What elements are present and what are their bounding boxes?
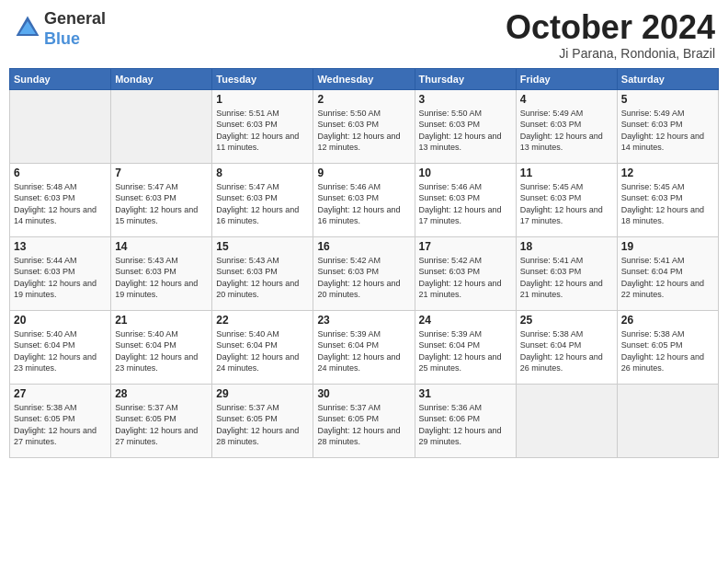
calendar-cell: 27Sunrise: 5:38 AM Sunset: 6:05 PM Dayli… bbox=[10, 384, 111, 457]
day-info: Sunrise: 5:41 AM Sunset: 6:03 PM Dayligh… bbox=[520, 255, 613, 301]
calendar-cell: 10Sunrise: 5:46 AM Sunset: 6:03 PM Dayli… bbox=[415, 163, 516, 236]
day-number: 11 bbox=[520, 167, 613, 179]
day-number: 24 bbox=[419, 314, 512, 327]
day-number: 4 bbox=[520, 93, 613, 106]
logo-icon bbox=[13, 13, 42, 42]
calendar-cell: 16Sunrise: 5:42 AM Sunset: 6:03 PM Dayli… bbox=[313, 236, 415, 310]
day-number: 23 bbox=[317, 314, 410, 327]
calendar-cell: 29Sunrise: 5:37 AM Sunset: 6:05 PM Dayli… bbox=[212, 384, 313, 457]
calendar-cell: 2Sunrise: 5:50 AM Sunset: 6:03 PM Daylig… bbox=[313, 89, 415, 163]
calendar-cell: 8Sunrise: 5:47 AM Sunset: 6:03 PM Daylig… bbox=[212, 163, 313, 236]
day-info: Sunrise: 5:39 AM Sunset: 6:04 PM Dayligh… bbox=[419, 328, 512, 374]
calendar-cell bbox=[111, 89, 212, 163]
calendar-cell: 22Sunrise: 5:40 AM Sunset: 6:04 PM Dayli… bbox=[212, 310, 313, 384]
day-info: Sunrise: 5:37 AM Sunset: 6:05 PM Dayligh… bbox=[115, 402, 208, 448]
calendar-cell: 19Sunrise: 5:41 AM Sunset: 6:04 PM Dayli… bbox=[617, 236, 718, 310]
day-info: Sunrise: 5:43 AM Sunset: 6:03 PM Dayligh… bbox=[115, 255, 208, 301]
page-header: General Blue October 2024 Ji Parana, Ron… bbox=[9, 9, 719, 61]
day-info: Sunrise: 5:51 AM Sunset: 6:03 PM Dayligh… bbox=[216, 108, 309, 154]
calendar-cell: 31Sunrise: 5:36 AM Sunset: 6:06 PM Dayli… bbox=[415, 384, 516, 457]
day-info: Sunrise: 5:43 AM Sunset: 6:03 PM Dayligh… bbox=[216, 255, 309, 301]
title-block: October 2024 Ji Parana, Rondonia, Brazil bbox=[506, 9, 715, 61]
day-info: Sunrise: 5:50 AM Sunset: 6:03 PM Dayligh… bbox=[419, 108, 512, 154]
day-number: 7 bbox=[115, 167, 208, 179]
weekday-header-saturday: Saturday bbox=[617, 68, 718, 89]
day-number: 19 bbox=[621, 240, 714, 253]
day-info: Sunrise: 5:45 AM Sunset: 6:03 PM Dayligh… bbox=[621, 181, 714, 227]
week-row-4: 20Sunrise: 5:40 AM Sunset: 6:04 PM Dayli… bbox=[10, 310, 719, 384]
week-row-5: 27Sunrise: 5:38 AM Sunset: 6:05 PM Dayli… bbox=[10, 384, 719, 457]
day-info: Sunrise: 5:38 AM Sunset: 6:05 PM Dayligh… bbox=[621, 328, 714, 374]
day-info: Sunrise: 5:46 AM Sunset: 6:03 PM Dayligh… bbox=[419, 181, 512, 227]
day-number: 9 bbox=[317, 167, 410, 179]
calendar-cell: 13Sunrise: 5:44 AM Sunset: 6:03 PM Dayli… bbox=[10, 236, 111, 310]
weekday-header-wednesday: Wednesday bbox=[313, 68, 415, 89]
day-info: Sunrise: 5:41 AM Sunset: 6:04 PM Dayligh… bbox=[621, 255, 714, 301]
weekday-header-thursday: Thursday bbox=[415, 68, 516, 89]
calendar-cell: 30Sunrise: 5:37 AM Sunset: 6:05 PM Dayli… bbox=[313, 384, 415, 457]
week-row-1: 1Sunrise: 5:51 AM Sunset: 6:03 PM Daylig… bbox=[10, 89, 719, 163]
day-number: 21 bbox=[115, 314, 208, 327]
day-number: 5 bbox=[621, 93, 714, 106]
day-number: 14 bbox=[115, 240, 208, 253]
calendar-cell: 9Sunrise: 5:46 AM Sunset: 6:03 PM Daylig… bbox=[313, 163, 415, 236]
calendar-cell: 6Sunrise: 5:48 AM Sunset: 6:03 PM Daylig… bbox=[10, 163, 111, 236]
calendar-cell: 1Sunrise: 5:51 AM Sunset: 6:03 PM Daylig… bbox=[212, 89, 313, 163]
calendar-cell: 24Sunrise: 5:39 AM Sunset: 6:04 PM Dayli… bbox=[415, 310, 516, 384]
calendar-cell: 25Sunrise: 5:38 AM Sunset: 6:04 PM Dayli… bbox=[516, 310, 617, 384]
day-info: Sunrise: 5:49 AM Sunset: 6:03 PM Dayligh… bbox=[520, 108, 613, 154]
day-number: 29 bbox=[216, 387, 309, 400]
day-info: Sunrise: 5:49 AM Sunset: 6:03 PM Dayligh… bbox=[621, 108, 714, 154]
day-info: Sunrise: 5:37 AM Sunset: 6:05 PM Dayligh… bbox=[317, 402, 410, 448]
day-number: 13 bbox=[14, 240, 107, 253]
calendar-cell: 11Sunrise: 5:45 AM Sunset: 6:03 PM Dayli… bbox=[516, 163, 617, 236]
day-number: 8 bbox=[216, 167, 309, 179]
day-number: 10 bbox=[419, 167, 512, 179]
weekday-header-monday: Monday bbox=[111, 68, 212, 89]
day-info: Sunrise: 5:42 AM Sunset: 6:03 PM Dayligh… bbox=[419, 255, 512, 301]
calendar-cell bbox=[617, 384, 718, 457]
day-number: 22 bbox=[216, 314, 309, 327]
day-number: 16 bbox=[317, 240, 410, 253]
calendar-cell: 20Sunrise: 5:40 AM Sunset: 6:04 PM Dayli… bbox=[10, 310, 111, 384]
week-row-2: 6Sunrise: 5:48 AM Sunset: 6:03 PM Daylig… bbox=[10, 163, 719, 236]
day-number: 27 bbox=[14, 387, 107, 400]
calendar-cell: 26Sunrise: 5:38 AM Sunset: 6:05 PM Dayli… bbox=[617, 310, 718, 384]
logo-text: General Blue bbox=[44, 9, 106, 49]
calendar-cell: 3Sunrise: 5:50 AM Sunset: 6:03 PM Daylig… bbox=[415, 89, 516, 163]
calendar-cell: 7Sunrise: 5:47 AM Sunset: 6:03 PM Daylig… bbox=[111, 163, 212, 236]
day-number: 18 bbox=[520, 240, 613, 253]
calendar-cell: 23Sunrise: 5:39 AM Sunset: 6:04 PM Dayli… bbox=[313, 310, 415, 384]
day-info: Sunrise: 5:36 AM Sunset: 6:06 PM Dayligh… bbox=[419, 402, 512, 448]
day-number: 3 bbox=[419, 93, 512, 106]
day-number: 30 bbox=[317, 387, 410, 400]
calendar-table: SundayMondayTuesdayWednesdayThursdayFrid… bbox=[9, 68, 719, 458]
location: Ji Parana, Rondonia, Brazil bbox=[506, 46, 715, 61]
day-info: Sunrise: 5:44 AM Sunset: 6:03 PM Dayligh… bbox=[14, 255, 107, 301]
calendar-cell: 18Sunrise: 5:41 AM Sunset: 6:03 PM Dayli… bbox=[516, 236, 617, 310]
day-number: 17 bbox=[419, 240, 512, 253]
day-number: 12 bbox=[621, 167, 714, 179]
day-info: Sunrise: 5:50 AM Sunset: 6:03 PM Dayligh… bbox=[317, 108, 410, 154]
day-number: 15 bbox=[216, 240, 309, 253]
calendar-cell: 4Sunrise: 5:49 AM Sunset: 6:03 PM Daylig… bbox=[516, 89, 617, 163]
weekday-header-sunday: Sunday bbox=[10, 68, 111, 89]
weekday-header-row: SundayMondayTuesdayWednesdayThursdayFrid… bbox=[10, 68, 719, 89]
calendar-cell: 15Sunrise: 5:43 AM Sunset: 6:03 PM Dayli… bbox=[212, 236, 313, 310]
calendar-cell: 28Sunrise: 5:37 AM Sunset: 6:05 PM Dayli… bbox=[111, 384, 212, 457]
day-info: Sunrise: 5:40 AM Sunset: 6:04 PM Dayligh… bbox=[115, 328, 208, 374]
day-number: 1 bbox=[216, 93, 309, 106]
weekday-header-friday: Friday bbox=[516, 68, 617, 89]
calendar-cell: 12Sunrise: 5:45 AM Sunset: 6:03 PM Dayli… bbox=[617, 163, 718, 236]
calendar-cell: 5Sunrise: 5:49 AM Sunset: 6:03 PM Daylig… bbox=[617, 89, 718, 163]
weekday-header-tuesday: Tuesday bbox=[212, 68, 313, 89]
day-info: Sunrise: 5:38 AM Sunset: 6:04 PM Dayligh… bbox=[520, 328, 613, 374]
day-number: 26 bbox=[621, 314, 714, 327]
day-info: Sunrise: 5:47 AM Sunset: 6:03 PM Dayligh… bbox=[216, 181, 309, 227]
calendar-cell: 17Sunrise: 5:42 AM Sunset: 6:03 PM Dayli… bbox=[415, 236, 516, 310]
day-info: Sunrise: 5:45 AM Sunset: 6:03 PM Dayligh… bbox=[520, 181, 613, 227]
day-info: Sunrise: 5:40 AM Sunset: 6:04 PM Dayligh… bbox=[14, 328, 107, 374]
day-number: 2 bbox=[317, 93, 410, 106]
calendar-cell: 14Sunrise: 5:43 AM Sunset: 6:03 PM Dayli… bbox=[111, 236, 212, 310]
calendar-cell: 21Sunrise: 5:40 AM Sunset: 6:04 PM Dayli… bbox=[111, 310, 212, 384]
